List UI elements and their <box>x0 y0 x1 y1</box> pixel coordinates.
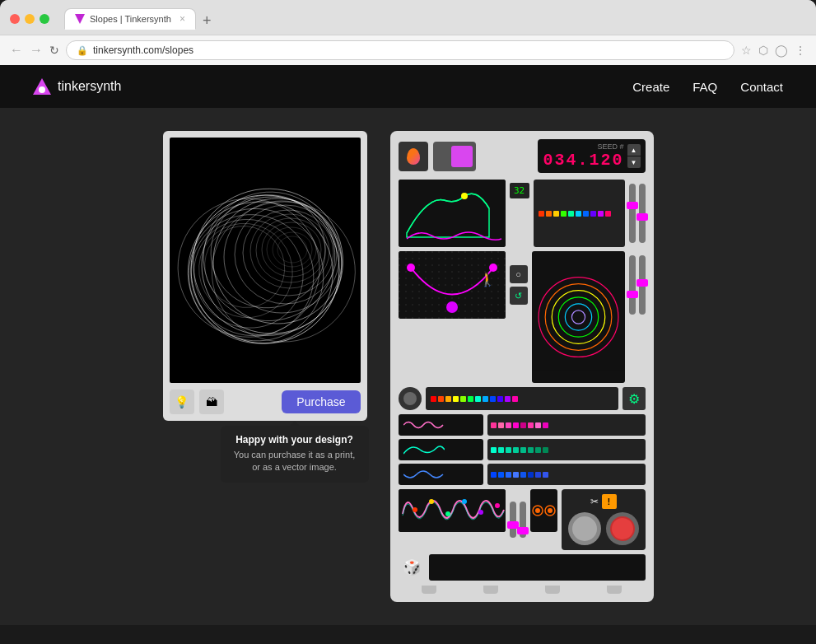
concentric-display <box>532 251 625 383</box>
svg-point-44 <box>478 510 483 515</box>
nav-link-contact[interactable]: Contact <box>740 80 783 94</box>
lightbulb-button[interactable]: 💡 <box>170 390 194 414</box>
big-red-button-container <box>568 512 639 545</box>
svg-point-19 <box>185 174 353 339</box>
svg-point-10 <box>273 232 312 267</box>
cube-button[interactable]: 🎲 <box>399 554 425 581</box>
gear-icon-btn[interactable]: ⚙ <box>622 387 646 410</box>
toggle-button[interactable] <box>433 142 476 171</box>
vslider-4[interactable] <box>639 255 646 315</box>
svg-point-49 <box>548 508 553 513</box>
spiral-artwork <box>170 138 361 383</box>
svg-point-4 <box>235 205 337 304</box>
svg-point-43 <box>462 499 467 504</box>
led-strip-3 <box>487 464 645 485</box>
wave-strip-1 <box>399 414 484 436</box>
squiggle-display <box>399 489 506 532</box>
traffic-light-red[interactable] <box>10 14 20 24</box>
icon-btn-2[interactable]: ↺ <box>510 287 528 305</box>
landscape-icon: 🏔 <box>206 395 217 408</box>
svg-point-45 <box>495 503 500 508</box>
dna-display <box>530 489 557 532</box>
egg-button[interactable] <box>399 142 428 171</box>
landscape-button[interactable]: 🏔 <box>199 390 224 414</box>
new-tab-button[interactable]: + <box>196 13 218 30</box>
wave-display-1 <box>399 180 506 247</box>
svg-point-11 <box>277 236 307 263</box>
tab-close-icon[interactable]: × <box>180 13 185 25</box>
logo[interactable]: tinkersynth <box>33 78 121 95</box>
svg-point-48 <box>535 508 540 513</box>
traffic-light-yellow[interactable] <box>25 14 35 24</box>
synth-header-row: Seed # 034.120 ▲ ▼ <box>399 139 646 173</box>
traffic-light-green[interactable] <box>40 14 49 24</box>
nav-links: Create FAQ Contact <box>632 80 783 94</box>
seed-down-button[interactable]: ▼ <box>627 156 641 168</box>
logo-text: tinkersynth <box>58 79 121 94</box>
svg-point-13 <box>170 189 342 359</box>
svg-text:🚶: 🚶 <box>479 272 496 287</box>
led-panel-1 <box>534 180 625 247</box>
vslider-1[interactable] <box>629 184 636 243</box>
svg-point-5 <box>243 210 333 296</box>
svg-point-29 <box>489 264 497 272</box>
red-button[interactable] <box>610 516 635 541</box>
bookmark-icon[interactable]: ☆ <box>741 44 752 57</box>
extension-icon[interactable]: ⬡ <box>758 44 768 57</box>
vslider-group-1 <box>629 180 646 247</box>
synth-row-1: 32 <box>399 180 646 247</box>
warning-icon: ! <box>602 494 617 509</box>
svg-point-40 <box>413 507 417 512</box>
svg-point-24 <box>461 193 468 199</box>
led-strip-rainbow <box>426 387 618 410</box>
canvas-controls: 💡 🏔 Purchase Happy with your design? You… <box>170 390 361 414</box>
vslider-2[interactable] <box>639 184 646 243</box>
seed-display: Seed # 034.120 ▲ ▼ <box>538 139 645 173</box>
browser-titlebar: Slopes | Tinkersynth × + <box>0 0 816 35</box>
gray-button[interactable] <box>572 516 597 541</box>
lock-icon: 🔒 <box>77 45 88 56</box>
back-button[interactable]: ← <box>10 43 23 58</box>
nav-link-faq[interactable]: FAQ <box>692 80 717 94</box>
synth-panel: Seed # 034.120 ▲ ▼ <box>390 131 654 602</box>
danger-panel: ✂ ! <box>562 489 646 550</box>
canvas-panel: 💡 🏔 Purchase Happy with your design? You… <box>163 131 367 421</box>
address-bar[interactable]: 🔒 tinkersynth.com/slopes <box>66 40 734 60</box>
vslider-group-3 <box>510 489 526 550</box>
seed-value: 034.120 <box>543 151 623 170</box>
browser-tab[interactable]: Slopes | Tinkersynth × <box>64 8 196 30</box>
vslider-6[interactable] <box>520 502 526 538</box>
wave-strip-3 <box>399 464 484 485</box>
main-area: 💡 🏔 Purchase Happy with your design? You… <box>0 108 816 625</box>
purchase-button[interactable]: Purchase <box>282 390 360 413</box>
logo-dot-icon <box>39 86 45 93</box>
site-nav: tinkersynth Create FAQ Contact <box>0 65 816 108</box>
seed-up-button[interactable]: ▲ <box>627 144 641 156</box>
svg-rect-32 <box>532 264 625 370</box>
nav-link-create[interactable]: Create <box>632 80 669 94</box>
forward-button[interactable]: → <box>30 43 43 58</box>
led-strip-1 <box>487 414 645 436</box>
scissors-icon: ✂ <box>590 496 599 507</box>
svg-point-14 <box>170 192 336 357</box>
synth-bottom-row: 🎲 <box>399 554 646 581</box>
vslider-3[interactable] <box>629 255 636 315</box>
tab-favicon <box>75 14 85 24</box>
icon-buttons-col: ○ ↺ <box>510 251 528 319</box>
synth-row-separator: ⚙ <box>399 387 646 410</box>
svg-point-30 <box>446 301 458 313</box>
curve-display: 🚶 <box>399 251 506 319</box>
block-display <box>429 554 646 581</box>
synth-row-3 <box>399 414 646 485</box>
browser-chrome: Slopes | Tinkersynth × + ← → ↻ 🔒 tinkers… <box>0 0 816 65</box>
toggle-knob <box>451 146 473 167</box>
reload-button[interactable]: ↻ <box>49 44 59 57</box>
menu-icon[interactable]: ⋮ <box>795 44 806 57</box>
profile-icon[interactable]: ◯ <box>775 44 788 57</box>
browser-toolbar: ← → ↻ 🔒 tinkersynth.com/slopes ☆ ⬡ ◯ ⋮ <box>0 35 816 65</box>
small-icon-circle[interactable] <box>399 387 422 410</box>
vslider-5[interactable] <box>510 502 516 538</box>
svg-point-42 <box>445 511 450 516</box>
svg-point-1 <box>202 197 342 334</box>
icon-btn-1[interactable]: ○ <box>510 265 528 283</box>
